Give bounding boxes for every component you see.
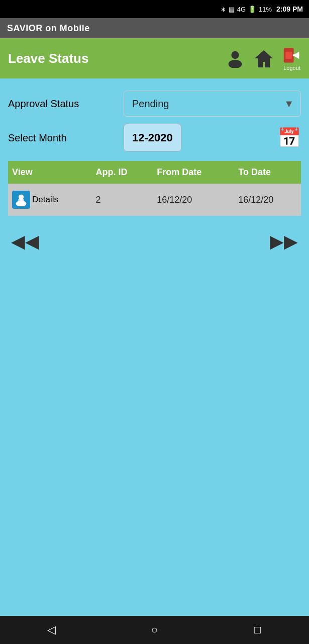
status-bar: ∗ ▤ 4G 🔋 11% 2:09 PM — [0, 0, 309, 18]
approval-status-select[interactable]: Pending Approved Rejected — [124, 91, 301, 117]
pagination-nav: ◀◀ ▶▶ — [8, 226, 301, 257]
approval-select-wrapper: Pending Approved Rejected ▼ — [124, 91, 301, 117]
details-person-icon — [12, 191, 30, 209]
user-profile-button[interactable] — [226, 49, 245, 68]
network-icon: 4G — [237, 6, 246, 13]
home-button[interactable] — [254, 48, 274, 68]
app-header: SAVIOR on Mobile — [0, 18, 309, 38]
table-row: Details 2 16/12/20 16/12/20 — [8, 184, 301, 216]
selected-month-display: 12-2020 — [124, 124, 181, 151]
table-body: Details 2 16/12/20 16/12/20 — [8, 184, 301, 216]
col-view: View — [8, 161, 91, 184]
recents-nav-icon: □ — [254, 623, 261, 636]
header-icons: Logout — [226, 46, 301, 71]
select-month-label: Select Month — [8, 132, 124, 144]
col-from-date: From Date — [153, 161, 234, 184]
person-icon — [226, 49, 245, 68]
battery-level: 11% — [259, 6, 272, 13]
status-time: 2:09 PM — [276, 5, 303, 13]
table-header: View App. ID From Date To Date — [8, 161, 301, 184]
svg-point-1 — [229, 60, 242, 68]
month-control-area: 12-2020 — [124, 131, 272, 144]
col-to-date: To Date — [234, 161, 301, 184]
row-from-date: 16/12/20 — [153, 184, 234, 216]
next-icon: ▶▶ — [270, 231, 298, 252]
leave-table: View App. ID From Date To Date — [8, 161, 301, 216]
page-header: Leave Status Logout — [0, 38, 309, 78]
prev-button[interactable]: ◀◀ — [11, 231, 39, 252]
bottom-nav-bar: ◁ ○ □ — [0, 616, 309, 644]
details-person-svg — [15, 193, 28, 206]
main-content: Approval Status Pending Approved Rejecte… — [0, 78, 309, 632]
approval-status-row: Approval Status Pending Approved Rejecte… — [8, 91, 301, 117]
bluetooth-icon: ∗ — [221, 6, 226, 13]
back-nav-icon: ◁ — [47, 623, 56, 636]
back-nav-button[interactable]: ◁ — [37, 620, 67, 640]
recents-nav-button[interactable]: □ — [243, 620, 273, 640]
select-month-row: Select Month 12-2020 📅 — [8, 127, 301, 149]
home-icon — [254, 48, 274, 68]
signal-icon: ▤ — [229, 6, 235, 13]
row-view-cell: Details — [8, 184, 91, 216]
col-app-id: App. ID — [91, 161, 153, 184]
battery-icon: 🔋 — [248, 6, 256, 13]
svg-rect-10 — [21, 198, 22, 203]
calendar-icon: 📅 — [277, 127, 301, 149]
home-nav-button[interactable]: ○ — [140, 620, 170, 640]
svg-rect-6 — [293, 54, 299, 56]
app-title: SAVIOR on Mobile — [7, 23, 90, 34]
logout-label: Logout — [283, 65, 300, 71]
details-label: Details — [32, 195, 58, 205]
calendar-button[interactable]: 📅 — [277, 127, 301, 149]
approval-status-label: Approval Status — [8, 98, 124, 110]
svg-marker-2 — [255, 50, 273, 67]
logout-button[interactable]: Logout — [283, 46, 301, 71]
row-to-date: 16/12/20 — [234, 184, 301, 216]
page-title: Leave Status — [8, 51, 88, 66]
next-button[interactable]: ▶▶ — [270, 231, 298, 252]
details-button[interactable]: Details — [12, 191, 58, 209]
table-header-row: View App. ID From Date To Date — [8, 161, 301, 184]
svg-rect-4 — [285, 51, 292, 58]
logout-icon — [283, 46, 301, 64]
row-app-id: 2 — [91, 184, 153, 216]
home-nav-icon: ○ — [151, 623, 158, 636]
prev-icon: ◀◀ — [11, 231, 39, 252]
approval-status-control: Pending Approved Rejected ▼ — [124, 91, 301, 117]
svg-point-0 — [231, 51, 239, 59]
status-icons: ∗ ▤ 4G 🔋 11% 2:09 PM — [221, 5, 303, 13]
